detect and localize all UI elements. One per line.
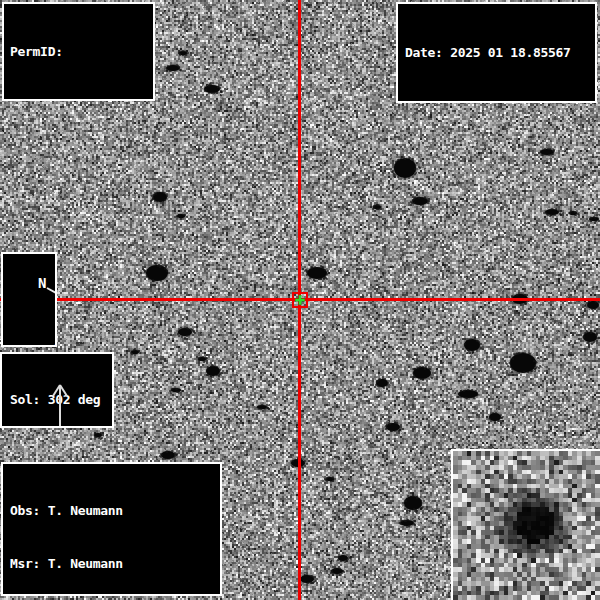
compass-north-label: N xyxy=(38,275,46,291)
observation-details-panel: Date: 2025 01 18.85567 RA: 08 49 27.08 D… xyxy=(396,2,597,103)
sun-direction-arrow-icon xyxy=(50,380,70,428)
observer-info-panel: Obs: T. Neumann Msr: T. Neumann Stn: D69… xyxy=(1,462,222,596)
perm-id: PermID: xyxy=(10,43,147,61)
sun-angle-panel: Sol: 302 deg xyxy=(0,352,114,428)
obs-ra: RA: 08 49 27.08 xyxy=(405,97,588,103)
measurer: Msr: T. Neumann xyxy=(10,555,213,573)
target-zoom-inset[interactable] xyxy=(451,449,600,600)
obs-date: Date: 2025 01 18.85567 xyxy=(405,44,588,62)
compass-east-label: E xyxy=(54,341,57,347)
compass-rose-icon: N E xyxy=(33,269,57,347)
prov-id: ProvID: 2016 TF93 xyxy=(10,96,147,101)
observer: Obs: T. Neumann xyxy=(10,502,213,520)
target-info-panel: PermID: ProvID: 2016 TF93 TrkSub: NEU000… xyxy=(2,2,155,101)
target-marker-box[interactable] xyxy=(292,292,308,308)
target-cross-icon xyxy=(295,295,305,305)
compass-panel: N E xyxy=(1,252,57,347)
astrometry-viewer: PermID: ProvID: 2016 TF93 TrkSub: NEU000… xyxy=(0,0,600,600)
target-zoom-image xyxy=(453,451,600,600)
